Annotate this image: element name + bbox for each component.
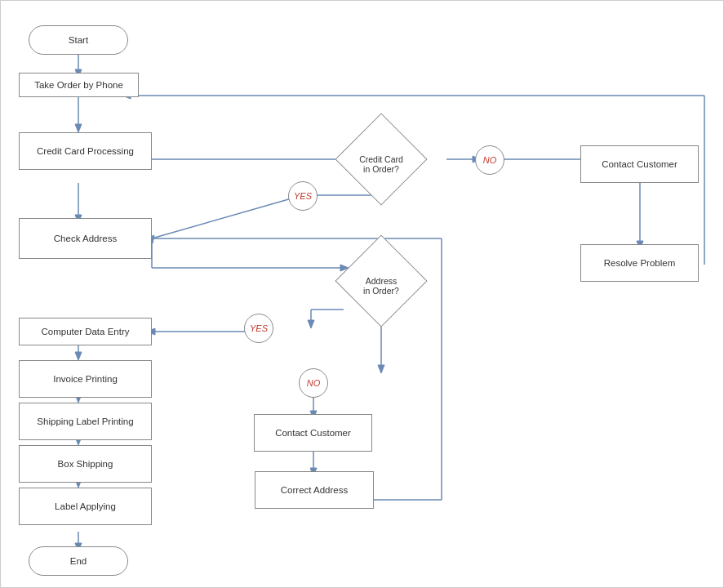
credit-card-processing-node: Credit Card Processing	[19, 132, 152, 170]
address-diamond: Address in Order?	[349, 248, 414, 314]
resolve-problem-label: Resolve Problem	[604, 258, 676, 268]
label-applying-label: Label Applying	[55, 501, 116, 511]
take-order-node: Take Order by Phone	[19, 73, 139, 97]
contact-customer-2-label: Contact Customer	[275, 428, 351, 438]
correct-address-label: Correct Address	[281, 485, 348, 495]
box-shipping-label: Box Shipping	[58, 459, 113, 469]
computer-data-entry-node: Computer Data Entry	[19, 318, 152, 345]
end-label: End	[70, 556, 87, 566]
credit-card-processing-label: Credit Card Processing	[37, 146, 134, 156]
svg-marker-27	[308, 320, 314, 328]
no-circle-1: NO	[475, 145, 504, 175]
no-circle-1-label: NO	[483, 155, 497, 165]
svg-marker-32	[378, 365, 384, 373]
yes-circle-2: YES	[244, 314, 273, 343]
svg-line-16	[152, 195, 303, 238]
invoice-printing-label: Invoice Printing	[53, 374, 118, 384]
svg-marker-3	[75, 124, 82, 132]
flowchart: Start Take Order by Phone Credit Card Pr…	[0, 0, 724, 588]
check-address-label: Check Address	[54, 234, 117, 243]
yes-circle-2-label: YES	[250, 323, 268, 333]
contact-customer-1-node: Contact Customer	[580, 145, 699, 183]
start-node: Start	[29, 25, 128, 55]
credit-card-diamond-label: Credit Card in Order?	[359, 154, 403, 174]
no-circle-2-label: NO	[307, 378, 321, 388]
box-shipping-node: Box Shipping	[19, 445, 152, 483]
invoice-printing-node: Invoice Printing	[19, 360, 152, 398]
credit-card-diamond: Credit Card in Order?	[349, 127, 414, 192]
label-applying-node: Label Applying	[19, 488, 152, 525]
resolve-problem-node: Resolve Problem	[580, 244, 699, 282]
address-diamond-label: Address in Order?	[363, 276, 399, 296]
correct-address-node: Correct Address	[255, 471, 374, 509]
svg-marker-42	[75, 352, 82, 360]
contact-customer-2-node: Contact Customer	[254, 414, 372, 452]
no-circle-2: NO	[299, 368, 328, 398]
shipping-label-printing-label: Shipping Label Printing	[37, 416, 133, 426]
end-node: End	[29, 546, 128, 576]
computer-data-entry-label: Computer Data Entry	[41, 327, 129, 336]
shipping-label-printing-node: Shipping Label Printing	[19, 403, 152, 440]
check-address-node: Check Address	[19, 218, 152, 259]
yes-circle-1-label: YES	[294, 191, 312, 201]
contact-customer-1-label: Contact Customer	[602, 159, 677, 169]
yes-circle-1: YES	[288, 181, 318, 211]
take-order-label: Take Order by Phone	[34, 80, 123, 90]
start-label: Start	[69, 35, 88, 45]
